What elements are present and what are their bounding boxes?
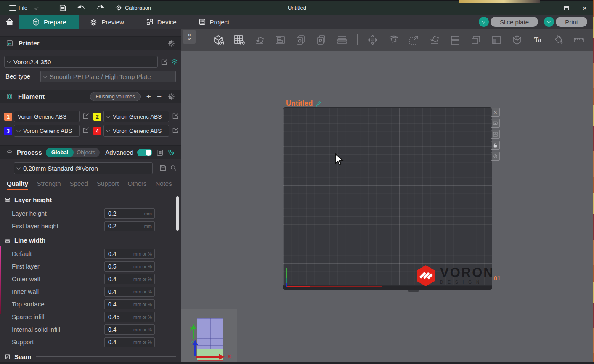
color-paint-button[interactable] [551, 33, 565, 47]
edit-plate-name-icon[interactable] [315, 100, 321, 107]
tab-preview[interactable]: Preview [79, 15, 135, 29]
lock-plate-button[interactable] [491, 141, 500, 150]
edit-filament-2-icon[interactable] [172, 113, 179, 119]
save-button[interactable] [56, 3, 70, 13]
printer-preset-select[interactable]: Voron2.4 350 [4, 56, 158, 68]
edit-printer-icon[interactable] [161, 58, 168, 66]
edit-filament-4-icon[interactable] [172, 127, 179, 134]
collapse-sidebar-button[interactable]: » « [183, 30, 196, 44]
filament-1-select[interactable]: Voron Generic ABS [14, 111, 80, 122]
cut-button[interactable] [510, 33, 524, 47]
tab-project[interactable]: Project [188, 15, 241, 29]
measure-button[interactable] [572, 33, 586, 47]
split-to-objects-button[interactable] [294, 33, 308, 47]
layer-height-input[interactable]: 0.2 mm [104, 208, 155, 219]
line-width-top-surface-input[interactable]: 0.4 mm or % [104, 299, 155, 309]
search-preset-icon[interactable] [170, 164, 177, 171]
scale-button[interactable] [407, 33, 421, 47]
setting-value: 0.4 [105, 276, 116, 282]
scope-objects-button[interactable]: Objects [74, 149, 100, 156]
tab-notes[interactable]: Notes [156, 180, 172, 190]
print-options-button[interactable] [544, 17, 554, 27]
wifi-connection-icon[interactable] [170, 59, 178, 65]
undo-button[interactable] [74, 3, 89, 13]
tab-speed[interactable]: Speed [70, 180, 88, 190]
plate-settings-button[interactable] [491, 119, 500, 128]
arrange-plate-button[interactable] [491, 130, 500, 139]
first-layer-height-input[interactable]: 0.2 mm [104, 221, 155, 231]
filament-2-select[interactable]: Voron Generic ABS [103, 111, 169, 122]
print-button[interactable]: Print [544, 17, 587, 27]
redo-button[interactable] [93, 3, 108, 13]
line-width-inner-wall-input[interactable]: 0.4 mm or % [104, 287, 155, 297]
slice-options-button[interactable] [479, 17, 489, 27]
file-menu-chevron-icon[interactable] [34, 5, 38, 9]
rotate-button[interactable] [386, 33, 400, 47]
add-plate-button[interactable] [232, 33, 246, 47]
add-filament-button[interactable]: + [146, 92, 151, 100]
calibration-button[interactable]: Calibration [112, 3, 154, 13]
filament-4-select[interactable]: Voron Generic ABS [103, 125, 169, 137]
add-object-button[interactable] [211, 33, 225, 47]
minimize-button[interactable] [538, 1, 557, 15]
edit-filament-1-icon[interactable] [82, 113, 89, 119]
filament-settings-gear-icon[interactable] [167, 93, 175, 100]
place-on-face-button[interactable] [427, 33, 442, 47]
collapse-icon: « [188, 37, 191, 41]
tab-quality[interactable]: Quality [7, 180, 28, 190]
line-width-sparse-infill-input[interactable]: 0.45 mm or % [104, 312, 155, 322]
advanced-toggle[interactable] [137, 149, 152, 156]
filament-2-color-badge[interactable]: 2 [93, 113, 101, 121]
viewport-3d[interactable]: Ta [181, 29, 594, 364]
filament-3-select[interactable]: Voron Generic ABS [14, 125, 80, 137]
split-to-parts-button[interactable] [314, 33, 329, 47]
edit-filament-3-icon[interactable] [82, 127, 89, 134]
file-menu-button[interactable]: File [6, 3, 31, 13]
maximize-button[interactable] [557, 1, 575, 15]
plate-gear-button[interactable] [491, 152, 500, 161]
line-width-section-header: Line width [4, 237, 176, 244]
split-button[interactable] [448, 33, 462, 47]
remove-filament-button[interactable]: − [157, 92, 162, 100]
text-tool-button[interactable]: Ta [530, 33, 545, 47]
sidebar-scrollbar-thumb[interactable] [176, 196, 179, 231]
tab-prepare[interactable]: Prepare [19, 15, 79, 29]
build-plate[interactable] [283, 107, 492, 286]
setting-row: Default 0.4 mm or % [0, 249, 181, 259]
chevron-down-icon [106, 128, 110, 132]
move-button[interactable] [366, 33, 380, 47]
line-width-support-input[interactable]: 0.4 mm or % [104, 337, 155, 347]
line-width-outer-wall-input[interactable]: 0.4 mm or % [104, 274, 155, 284]
flushing-volumes-button[interactable]: Flushing volumes [90, 92, 140, 101]
close-button[interactable]: × [575, 1, 594, 15]
parameter-table-icon[interactable] [156, 149, 164, 156]
tab-others[interactable]: Others [128, 180, 147, 190]
home-button[interactable] [0, 15, 19, 29]
compare-presets-icon[interactable] [167, 149, 175, 156]
filament-1-color-badge[interactable]: 1 [4, 113, 12, 121]
delete-plate-button[interactable]: × [491, 108, 500, 117]
scope-global-button[interactable]: Global [46, 148, 74, 157]
tab-support[interactable]: Support [97, 180, 119, 190]
filament-3-color-badge[interactable]: 3 [4, 127, 12, 135]
tab-strength[interactable]: Strength [37, 180, 61, 190]
variable-layer-height-button[interactable] [335, 33, 349, 47]
line-width-first-layer-input[interactable]: 0.5 mm or % [104, 261, 155, 272]
process-preset-select[interactable]: 0.20mm Standard @Voron [14, 162, 153, 174]
auto-orient-button[interactable] [252, 33, 267, 47]
process-tabs: Quality Strength Speed Support Others No… [0, 180, 181, 190]
filament-4-color-badge[interactable]: 4 [93, 127, 101, 135]
arrange-button[interactable] [273, 33, 287, 47]
setting-row: First layer 0.5 mm or % [0, 261, 181, 272]
line-width-default-input[interactable]: 0.4 mm or % [104, 249, 155, 259]
bed-type-select[interactable]: Smooth PEI Plate / High Temp Plate [40, 71, 176, 82]
save-preset-icon[interactable] [159, 164, 167, 171]
printer-settings-gear-icon[interactable] [167, 40, 175, 47]
fill-button[interactable] [489, 33, 504, 47]
clone-button[interactable] [469, 33, 483, 47]
line-width-internal-solid-input[interactable]: 0.4 mm or % [104, 324, 155, 335]
slice-plate-button[interactable]: Slice plate [479, 17, 538, 27]
plate-name[interactable]: Untitled [286, 99, 321, 108]
tab-device[interactable]: Device [135, 15, 188, 29]
mini-navigator[interactable]: y z x [181, 309, 237, 364]
